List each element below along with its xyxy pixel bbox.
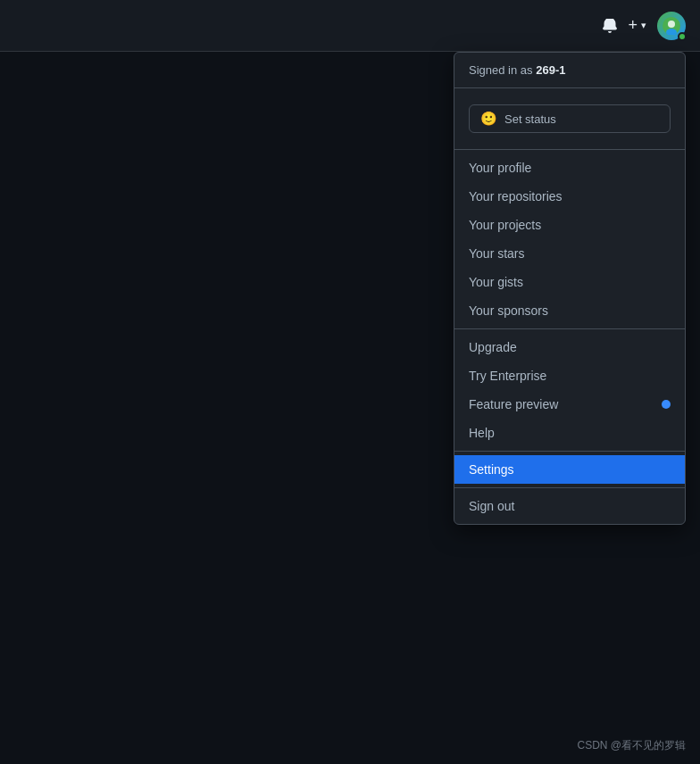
your-projects-item[interactable]: Your projects <box>454 211 685 239</box>
signout-section: Sign out <box>454 488 685 524</box>
watermark-text: CSDN @看不见的罗辑 <box>577 739 686 752</box>
feature-preview-item[interactable]: Feature preview <box>454 390 685 419</box>
feature-preview-label: Feature preview <box>469 397 558 411</box>
your-profile-item[interactable]: Your profile <box>454 154 685 182</box>
plus-icon: + <box>628 16 638 35</box>
sign-out-item[interactable]: Sign out <box>454 492 685 520</box>
username: 269-1 <box>536 63 565 77</box>
online-status-dot <box>678 32 687 41</box>
help-label: Help <box>469 426 495 440</box>
notification-icon[interactable] <box>603 19 617 33</box>
your-stars-label: Your stars <box>469 246 525 261</box>
settings-item[interactable]: Settings <box>454 455 685 484</box>
set-status-label: Set status <box>504 112 556 126</box>
sign-out-label: Sign out <box>469 499 514 513</box>
upgrade-label: Upgrade <box>469 340 517 354</box>
set-status-button[interactable]: 🙂 Set status <box>469 104 671 133</box>
new-item-button[interactable]: + ▾ <box>628 16 646 35</box>
profile-section: Your profile Your repositories Your proj… <box>454 150 685 329</box>
your-repositories-label: Your repositories <box>469 189 562 203</box>
chevron-down-icon: ▾ <box>641 20 646 31</box>
signed-in-prefix: Signed in as <box>469 63 533 77</box>
svg-point-1 <box>668 21 675 28</box>
your-repositories-item[interactable]: Your repositories <box>454 182 685 211</box>
upgrade-section: Upgrade Try Enterprise Feature preview H… <box>454 329 685 452</box>
your-sponsors-label: Your sponsors <box>469 303 548 318</box>
top-nav: + ▾ <box>0 0 700 52</box>
help-item[interactable]: Help <box>454 419 685 447</box>
your-sponsors-item[interactable]: Your sponsors <box>454 296 685 325</box>
signed-in-header: Signed in as 269-1 <box>454 53 685 88</box>
upgrade-item[interactable]: Upgrade <box>454 333 685 361</box>
your-gists-label: Your gists <box>469 275 523 289</box>
smiley-icon: 🙂 <box>480 111 497 127</box>
settings-label: Settings <box>469 462 514 477</box>
your-projects-label: Your projects <box>469 218 541 232</box>
feature-preview-dot <box>662 400 671 409</box>
your-gists-item[interactable]: Your gists <box>454 268 685 296</box>
your-profile-label: Your profile <box>469 161 531 175</box>
settings-section: Settings <box>454 452 685 488</box>
try-enterprise-item[interactable]: Try Enterprise <box>454 361 685 390</box>
user-dropdown-menu: Signed in as 269-1 🙂 Set status Your pro… <box>454 52 686 525</box>
your-stars-item[interactable]: Your stars <box>454 239 685 268</box>
watermark: CSDN @看不见的罗辑 <box>577 738 686 753</box>
avatar-button[interactable] <box>657 12 686 40</box>
try-enterprise-label: Try Enterprise <box>469 369 546 383</box>
